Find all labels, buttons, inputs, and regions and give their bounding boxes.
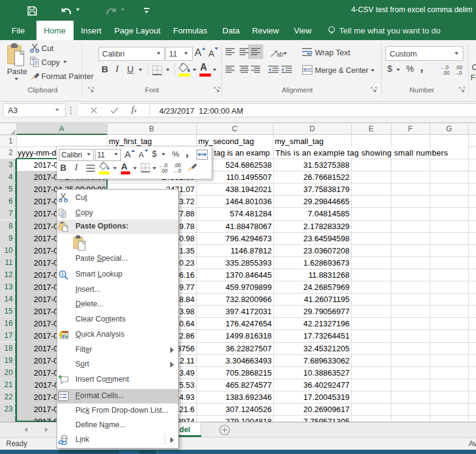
svg-text:ab: ab: [277, 51, 284, 58]
svg-text:.0: .0: [164, 162, 168, 168]
svg-text:.0: .0: [458, 70, 462, 75]
svg-text:.00: .00: [443, 70, 450, 75]
svg-text:.00: .00: [160, 168, 168, 173]
svg-text:.0: .0: [177, 168, 181, 173]
svg-text:.00: .00: [174, 162, 181, 168]
